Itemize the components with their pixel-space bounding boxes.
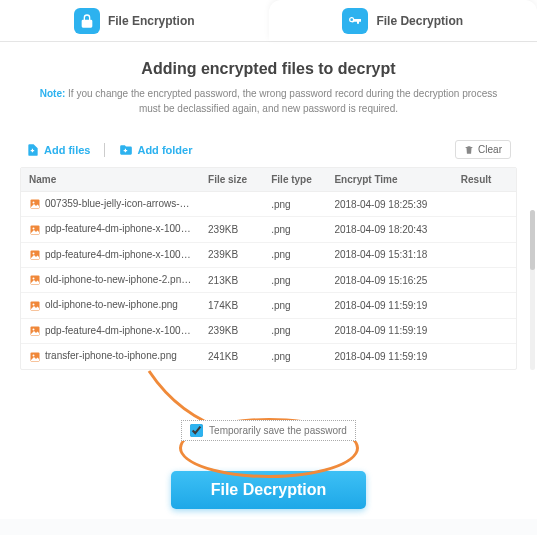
file-type: .png (263, 217, 326, 242)
file-name: pdp-feature4-dm-iphone-x-100917.png (1) (45, 249, 200, 260)
table-row[interactable]: 007359-blue-jelly-icon-arrows-arrow-thic… (21, 192, 516, 217)
scrollbar[interactable] (530, 210, 535, 370)
svg-point-1 (33, 202, 35, 204)
table-header-row: Name File size File type Encrypt Time Re… (21, 168, 516, 192)
file-name: pdp-feature4-dm-iphone-x-100917.png (2) (45, 223, 200, 234)
file-result (453, 293, 516, 318)
file-name: old-iphone-to-new-iphone.png (45, 299, 178, 310)
file-name: 007359-blue-jelly-icon-arrows-arrow-thic… (45, 198, 200, 209)
note-body: If you change the encrypted password, th… (65, 88, 497, 114)
svg-point-13 (33, 354, 35, 356)
file-result (453, 217, 516, 242)
col-time[interactable]: Encrypt Time (326, 168, 452, 192)
file-result (453, 268, 516, 293)
image-file-icon (29, 274, 41, 286)
clear-button[interactable]: Clear (455, 140, 511, 159)
file-type: .png (263, 192, 326, 217)
lock-icon (74, 8, 100, 34)
file-time: 2018-04-09 11:59:19 (326, 318, 452, 343)
page-heading: Adding encrypted files to decrypt (20, 60, 517, 78)
scrollbar-thumb[interactable] (530, 210, 535, 270)
file-result (453, 344, 516, 369)
table-row[interactable]: old-iphone-to-new-iphone-2.png (1)213KB.… (21, 268, 516, 293)
folder-plus-icon (119, 143, 133, 157)
col-type[interactable]: File type (263, 168, 326, 192)
add-files-label: Add files (44, 144, 90, 156)
file-size (200, 192, 263, 217)
image-file-icon (29, 300, 41, 312)
file-type: .png (263, 344, 326, 369)
file-name: pdp-feature4-dm-iphone-x-100917.png (45, 325, 200, 336)
file-result (453, 318, 516, 343)
tab-decryption[interactable]: File Decryption (269, 0, 538, 41)
tab-decryption-label: File Decryption (376, 14, 463, 28)
file-size: 241KB (200, 344, 263, 369)
image-file-icon (29, 249, 41, 261)
col-name[interactable]: Name (21, 168, 200, 192)
tab-encryption-label: File Encryption (108, 14, 195, 28)
file-size: 174KB (200, 293, 263, 318)
tab-bar: File Encryption File Decryption (0, 0, 537, 42)
table-row[interactable]: pdp-feature4-dm-iphone-x-100917.png (1)2… (21, 242, 516, 267)
save-password-input[interactable] (190, 424, 203, 437)
add-folder-label: Add folder (137, 144, 192, 156)
note-prefix: Note: (40, 88, 66, 99)
file-time: 2018-04-09 11:59:19 (326, 344, 452, 369)
file-size: 239KB (200, 217, 263, 242)
table-row[interactable]: old-iphone-to-new-iphone.png174KB.png201… (21, 293, 516, 318)
save-password-checkbox[interactable]: Temporarily save the password (181, 420, 356, 441)
file-table: Name File size File type Encrypt Time Re… (20, 167, 517, 370)
main-panel: Adding encrypted files to decrypt Note: … (0, 42, 537, 519)
file-type: .png (263, 318, 326, 343)
toolbar: Add files Add folder Clear (20, 140, 517, 167)
file-size: 239KB (200, 318, 263, 343)
table-row[interactable]: pdp-feature4-dm-iphone-x-100917.png (2)2… (21, 217, 516, 242)
file-result (453, 242, 516, 267)
file-time: 2018-04-09 18:25:39 (326, 192, 452, 217)
image-file-icon (29, 198, 41, 210)
bottom-area: Temporarily save the password File Decry… (20, 370, 517, 509)
col-size[interactable]: File size (200, 168, 263, 192)
file-size: 213KB (200, 268, 263, 293)
file-time: 2018-04-09 15:16:25 (326, 268, 452, 293)
svg-point-11 (33, 329, 35, 331)
image-file-icon (29, 325, 41, 337)
save-password-label: Temporarily save the password (209, 425, 347, 436)
image-file-icon (29, 351, 41, 363)
note-text: Note: If you change the encrypted passwo… (20, 86, 517, 116)
file-result (453, 192, 516, 217)
col-result[interactable]: Result (453, 168, 516, 192)
image-file-icon (29, 224, 41, 236)
table-row[interactable]: transfer-iphone-to-iphone.png241KB.png20… (21, 344, 516, 369)
clear-label: Clear (478, 144, 502, 155)
file-type: .png (263, 242, 326, 267)
toolbar-left: Add files Add folder (26, 143, 192, 157)
file-time: 2018-04-09 11:59:19 (326, 293, 452, 318)
svg-point-9 (33, 303, 35, 305)
key-icon (342, 8, 368, 34)
file-name: old-iphone-to-new-iphone-2.png (1) (45, 274, 200, 285)
file-type: .png (263, 293, 326, 318)
file-time: 2018-04-09 18:20:43 (326, 217, 452, 242)
svg-point-5 (33, 253, 35, 255)
toolbar-divider (104, 143, 105, 157)
svg-point-3 (33, 227, 35, 229)
file-type: .png (263, 268, 326, 293)
trash-icon (464, 145, 474, 155)
tab-encryption[interactable]: File Encryption (0, 0, 269, 41)
file-plus-icon (26, 143, 40, 157)
file-time: 2018-04-09 15:31:18 (326, 242, 452, 267)
decrypt-button[interactable]: File Decryption (171, 471, 367, 509)
add-files-button[interactable]: Add files (26, 143, 90, 157)
table-row[interactable]: pdp-feature4-dm-iphone-x-100917.png239KB… (21, 318, 516, 343)
file-name: transfer-iphone-to-iphone.png (45, 350, 177, 361)
svg-point-7 (33, 278, 35, 280)
file-size: 239KB (200, 242, 263, 267)
add-folder-button[interactable]: Add folder (119, 143, 192, 157)
